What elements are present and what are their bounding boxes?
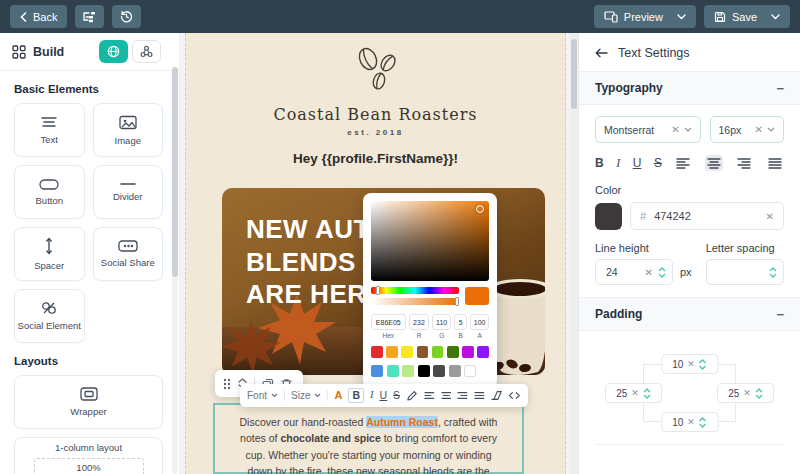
color-hex-input[interactable]: # 474242 ✕ xyxy=(630,202,784,230)
collapse-icon[interactable]: − xyxy=(776,308,784,321)
letter-spacing-input[interactable] xyxy=(706,259,784,285)
align-left-icon[interactable] xyxy=(424,391,435,401)
preset-swatch[interactable] xyxy=(433,365,445,377)
align-left-button[interactable] xyxy=(674,155,692,171)
modules-view-toggle[interactable] xyxy=(132,40,161,63)
clear-icon[interactable]: ✕ xyxy=(766,211,774,222)
font-size-select[interactable]: 16px ✕ xyxy=(710,116,784,143)
arrow-left-icon[interactable] xyxy=(595,48,608,58)
alpha-slider[interactable] xyxy=(371,298,459,305)
collapse-icon[interactable]: − xyxy=(776,82,784,95)
clear-icon[interactable]: ✕ xyxy=(667,124,683,135)
padding-top-input[interactable]: 10 ✕ xyxy=(661,354,718,374)
highlight-pen-icon[interactable] xyxy=(406,390,418,402)
padding-bottom-input[interactable]: 10 ✕ xyxy=(661,412,718,432)
preset-swatch[interactable] xyxy=(462,346,474,358)
font-family-select[interactable]: Montserrat ✕ xyxy=(595,116,701,143)
link-icon[interactable] xyxy=(508,391,521,400)
strikethrough-button[interactable]: S xyxy=(393,390,400,401)
red-input[interactable]: 232 xyxy=(409,314,430,330)
preset-swatch[interactable] xyxy=(401,346,413,358)
save-button[interactable]: Save xyxy=(704,5,790,28)
clear-icon[interactable]: ✕ xyxy=(687,417,695,427)
typography-section-header[interactable]: Typography − xyxy=(579,71,800,105)
padding-section-header[interactable]: Padding − xyxy=(579,297,800,331)
size-dropdown[interactable]: Size xyxy=(291,390,328,401)
element-tile-social-element[interactable]: Social Element xyxy=(14,289,85,343)
stepper[interactable] xyxy=(699,417,707,428)
gradient-cursor[interactable] xyxy=(476,205,484,213)
saturation-gradient[interactable] xyxy=(371,201,489,281)
align-right-button[interactable] xyxy=(735,155,753,171)
hex-input[interactable]: E86E05 xyxy=(371,314,406,330)
stepper[interactable] xyxy=(769,267,777,278)
bold-button[interactable]: B xyxy=(348,388,364,403)
element-tile-button[interactable]: Button xyxy=(14,165,85,219)
web-view-toggle[interactable] xyxy=(99,40,128,63)
padding-left-input[interactable]: 25 ✕ xyxy=(605,383,662,403)
preset-swatch[interactable] xyxy=(418,365,430,377)
align-center-icon[interactable] xyxy=(441,391,452,401)
preset-swatch[interactable] xyxy=(402,365,414,377)
underline-button[interactable]: U xyxy=(380,390,388,401)
preset-swatch[interactable] xyxy=(449,365,461,377)
element-tile-divider[interactable]: Divider xyxy=(93,165,164,219)
italic-button[interactable]: I xyxy=(616,156,620,171)
align-justify-button[interactable] xyxy=(766,155,784,171)
history-button[interactable] xyxy=(112,5,141,28)
preview-button[interactable]: Preview xyxy=(594,5,696,28)
underline-button[interactable]: U xyxy=(633,156,642,170)
hue-slider-handle[interactable] xyxy=(376,286,380,295)
stepper[interactable] xyxy=(755,388,763,399)
brand-name[interactable]: Coastal Bean Roasters xyxy=(186,105,565,124)
brand-est[interactable]: est. 2018 xyxy=(186,128,565,137)
drag-handle-icon[interactable] xyxy=(223,378,231,390)
greeting-text[interactable]: Hey {{profile.FirstName}}! xyxy=(186,151,565,166)
layout-tile-wrapper[interactable]: Wrapper xyxy=(14,375,163,429)
preset-swatch[interactable] xyxy=(464,365,476,377)
scrollbar-thumb[interactable] xyxy=(571,39,577,109)
layout-tile-1-column[interactable]: 1-column layout 100% xyxy=(14,437,163,474)
preset-swatch[interactable] xyxy=(432,346,444,358)
preset-swatch[interactable] xyxy=(417,346,429,358)
clear-format-icon[interactable] xyxy=(491,390,503,401)
green-input[interactable]: 110 xyxy=(432,314,451,330)
canvas-scrollbar[interactable] xyxy=(570,33,578,474)
preset-swatch[interactable] xyxy=(371,365,383,377)
align-justify-icon[interactable] xyxy=(474,391,485,401)
clear-icon[interactable]: ✕ xyxy=(751,124,767,135)
back-button[interactable]: Back xyxy=(10,5,67,28)
padding-right-input[interactable]: 25 ✕ xyxy=(717,383,774,403)
element-tile-social-share[interactable]: Social Share xyxy=(93,227,164,281)
preset-swatch[interactable] xyxy=(477,346,489,358)
clear-icon[interactable]: ✕ xyxy=(687,359,695,369)
text-color-button[interactable]: A xyxy=(334,390,342,401)
preset-swatch[interactable] xyxy=(387,365,399,377)
clear-icon[interactable]: ✕ xyxy=(631,388,639,398)
hue-slider[interactable] xyxy=(371,287,459,294)
stepper[interactable] xyxy=(643,388,651,399)
text-color-swatch[interactable] xyxy=(595,203,622,230)
align-right-icon[interactable] xyxy=(457,391,468,401)
alpha-slider-handle[interactable] xyxy=(455,297,459,306)
align-center-button[interactable] xyxy=(705,155,723,171)
font-dropdown[interactable]: Font xyxy=(247,390,285,401)
clear-icon[interactable]: ✕ xyxy=(743,388,751,398)
line-height-input[interactable]: 24 ✕ xyxy=(595,259,673,285)
blue-input[interactable]: 5 xyxy=(454,314,467,330)
clear-icon[interactable]: ✕ xyxy=(645,267,653,278)
preset-swatch[interactable] xyxy=(371,346,383,358)
stepper[interactable] xyxy=(699,359,707,370)
alpha-input[interactable]: 100 xyxy=(470,314,489,330)
move-up-icon[interactable] xyxy=(238,378,247,383)
selected-text-block[interactable]: Discover our hand-roasted Autumn Roast, … xyxy=(213,403,524,474)
sidebar-scrollbar[interactable] xyxy=(172,67,178,474)
italic-button[interactable]: I xyxy=(370,390,374,401)
preset-swatch[interactable] xyxy=(386,346,398,358)
scrollbar-thumb[interactable] xyxy=(172,67,178,277)
element-tile-image[interactable]: Image xyxy=(93,103,164,157)
element-tile-spacer[interactable]: Spacer xyxy=(14,227,85,281)
structure-button[interactable] xyxy=(75,5,104,28)
bold-button[interactable]: B xyxy=(595,156,604,170)
preset-swatch[interactable] xyxy=(447,346,459,358)
